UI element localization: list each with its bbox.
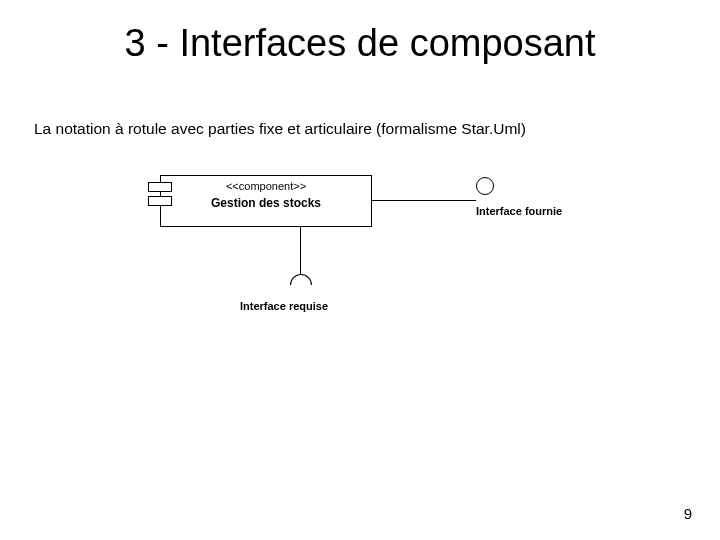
component-box: <<component>> Gestion des stocks xyxy=(160,175,372,227)
slide-subtitle: La notation à rotule avec parties fixe e… xyxy=(34,120,526,138)
connector-line xyxy=(371,200,476,201)
required-interface-socket-icon xyxy=(290,274,312,285)
connector-line xyxy=(300,226,301,274)
uml-diagram: <<component>> Gestion des stocks Interfa… xyxy=(130,175,600,355)
component-stereotype: <<component>> xyxy=(161,180,371,192)
slide-title: 3 - Interfaces de composant xyxy=(0,22,720,65)
component-lug-icon xyxy=(148,182,172,192)
provided-interface-label: Interface fournie xyxy=(476,205,562,217)
page-number: 9 xyxy=(684,505,692,522)
required-interface-label: Interface requise xyxy=(240,300,328,312)
component-name: Gestion des stocks xyxy=(161,196,371,210)
slide: 3 - Interfaces de composant La notation … xyxy=(0,0,720,540)
provided-interface-ball-icon xyxy=(476,177,494,195)
component-lug-icon xyxy=(148,196,172,206)
